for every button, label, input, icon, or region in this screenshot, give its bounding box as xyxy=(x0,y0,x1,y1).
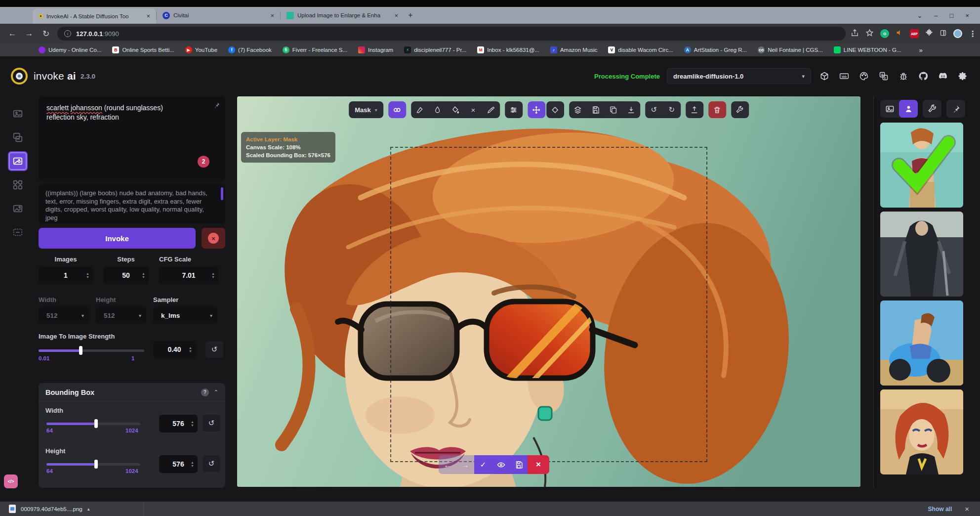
forward-button[interactable]: → xyxy=(21,29,38,39)
bbox-width-reset-button[interactable]: ↺ xyxy=(203,415,220,431)
canvas-bounding-box[interactable] xyxy=(390,147,707,462)
share-icon[interactable] xyxy=(851,29,859,39)
i2i-slider-handle[interactable] xyxy=(79,346,82,355)
tab-close-icon[interactable]: × xyxy=(269,12,275,19)
bookmark-item[interactable]: Vdisable Wacom Circ... xyxy=(608,46,673,53)
images-input[interactable]: 1▲▼ xyxy=(39,266,93,284)
bbox-width-input[interactable]: 576▲▼ xyxy=(159,415,198,432)
tab-post-processing[interactable] xyxy=(8,199,28,218)
url-bar[interactable]: i 127.0.0.1:9090 xyxy=(57,27,846,41)
bookmarks-overflow-chevron[interactable]: » xyxy=(919,46,923,54)
gallery-thumbnail-selected[interactable] xyxy=(880,123,963,208)
bookmark-item[interactable]: MInbox - klk56831@... xyxy=(477,46,539,53)
merge-layers-button[interactable] xyxy=(569,101,587,118)
back-button[interactable]: ← xyxy=(4,29,21,39)
extensions-puzzle-icon[interactable] xyxy=(925,29,933,39)
hotkeys-keyboard-icon[interactable] xyxy=(838,70,851,83)
bookmark-item[interactable]: Udemy - Online Co... xyxy=(39,46,101,53)
layer-select[interactable]: Mask▾ xyxy=(349,101,383,118)
bookmark-item[interactable]: fiFiverr - Freelance S... xyxy=(283,46,347,53)
chrome-menu-icon[interactable]: ⋮ xyxy=(969,29,977,39)
show-all-downloads-link[interactable]: Show all xyxy=(928,506,952,513)
clear-canvas-button[interactable] xyxy=(708,101,726,118)
unified-canvas[interactable]: Active Layer: Mask Canvas Scale: 108% Sc… xyxy=(237,96,860,487)
model-select[interactable]: dreamlike-diffusion-1.0▾ xyxy=(667,68,811,84)
theme-palette-icon[interactable] xyxy=(858,70,870,83)
height-select[interactable]: 512▾ xyxy=(96,307,146,324)
bookmark-item[interactable]: AArtStation - Greg R... xyxy=(684,46,747,53)
gallery-thumbnail[interactable] xyxy=(880,389,963,474)
stepper-icon[interactable]: ▲▼ xyxy=(86,268,89,282)
mask-toggle-button[interactable] xyxy=(388,101,406,118)
profile-avatar[interactable] xyxy=(953,29,962,38)
bookmark-item[interactable]: LINE WEBTOON - G... xyxy=(834,46,901,53)
accept-image-button[interactable]: ✓ xyxy=(474,456,492,473)
discard-image-button[interactable]: × xyxy=(528,455,549,474)
i2i-reset-button[interactable]: ↺ xyxy=(205,341,223,358)
gallery-thumbnail[interactable] xyxy=(880,212,963,297)
undo-button[interactable]: ↺ xyxy=(645,101,663,118)
model-manager-icon[interactable] xyxy=(818,70,831,83)
reset-view-button[interactable] xyxy=(546,101,564,118)
gallery-settings-button[interactable] xyxy=(923,100,941,118)
eraser-tool-button[interactable] xyxy=(429,101,447,118)
gallery-images-toggle[interactable] xyxy=(880,100,899,118)
bbox-height-slider-handle[interactable] xyxy=(94,460,98,469)
tab-upload-image[interactable]: Upload Image to Enlarge & Enha × xyxy=(281,7,404,24)
stepper-icon[interactable]: ▲▼ xyxy=(142,268,145,282)
next-image-button[interactable]: → xyxy=(456,456,474,473)
redo-button[interactable]: ↻ xyxy=(663,101,681,118)
previous-image-button[interactable]: ← xyxy=(439,456,456,473)
bookmark-item[interactable]: ▶YouTube xyxy=(185,46,217,53)
bookmark-item[interactable]: BOnline Sports Betti... xyxy=(112,46,174,53)
tab-civitai[interactable]: C Civitai × xyxy=(157,7,280,24)
clear-mask-button[interactable]: × xyxy=(464,101,482,118)
gallery-thumbnail[interactable] xyxy=(880,301,963,386)
site-info-icon[interactable]: i xyxy=(64,30,71,37)
bookmark-item[interactable]: coNeil Fontaine | CGS... xyxy=(758,46,823,53)
github-icon[interactable] xyxy=(917,70,930,83)
stepper-icon[interactable]: ▲▼ xyxy=(211,268,215,282)
tab-close-icon[interactable]: × xyxy=(393,12,399,19)
minimize-button[interactable]: – xyxy=(934,12,938,19)
download-expand-icon[interactable]: ▴ xyxy=(87,506,90,512)
tab-unified-canvas[interactable] xyxy=(8,151,28,171)
download-item[interactable]: 000979.40d74eb5....png ▴ xyxy=(0,502,99,516)
negative-prompt-input[interactable]: ((implants)) (large boobs) nude bad anat… xyxy=(39,184,225,224)
bbox-height-reset-button[interactable]: ↺ xyxy=(203,455,220,472)
move-tool-button[interactable] xyxy=(528,101,545,118)
cancel-button[interactable]: × xyxy=(202,228,225,249)
stepper-icon[interactable]: ▲▼ xyxy=(191,417,194,430)
volume-extension-icon[interactable] xyxy=(896,29,903,39)
save-staging-button[interactable] xyxy=(510,456,528,473)
bookmark-item[interactable]: ♪Amazon Music xyxy=(550,46,597,53)
bookmark-item[interactable]: f(7) Facebook xyxy=(228,46,272,53)
save-to-gallery-button[interactable] xyxy=(587,101,605,118)
bookmark-item[interactable]: ⚡discipleneil777 - Pr... xyxy=(404,46,466,53)
steps-input[interactable]: 50▲▼ xyxy=(103,266,149,284)
toggle-visibility-button[interactable] xyxy=(492,456,510,473)
reading-mode-icon[interactable] xyxy=(939,29,947,39)
bookmark-star-icon[interactable] xyxy=(865,29,874,39)
tab-image-to-image[interactable] xyxy=(8,128,28,147)
gallery-user-toggle[interactable] xyxy=(899,100,918,118)
stepper-icon[interactable]: ▲▼ xyxy=(191,457,194,471)
download-image-button[interactable] xyxy=(622,101,640,118)
help-icon[interactable]: ? xyxy=(201,388,209,396)
settings-gear-icon[interactable] xyxy=(956,70,969,83)
tab-nodes[interactable] xyxy=(8,175,28,195)
width-select[interactable]: 512▾ xyxy=(39,307,89,324)
discord-icon[interactable] xyxy=(937,70,949,83)
collapse-chevron-icon[interactable]: ⌃ xyxy=(214,389,218,395)
pin-icon[interactable] xyxy=(213,101,220,111)
console-toggle-button[interactable]: </> xyxy=(4,474,18,488)
report-bug-icon[interactable] xyxy=(897,70,910,83)
stepper-icon[interactable]: ▲▼ xyxy=(189,343,192,356)
i2i-value-input[interactable]: 0.40▲▼ xyxy=(153,341,196,358)
scrollbar-thumb[interactable] xyxy=(221,187,223,200)
bbox-width-slider-handle[interactable] xyxy=(94,419,98,428)
tab-close-icon[interactable]: × xyxy=(145,12,151,20)
close-downloads-bar-icon[interactable]: × xyxy=(965,505,969,513)
prompt-input[interactable]: scarlett johansson (round sunglasses)ref… xyxy=(39,96,225,181)
close-window-button[interactable]: × xyxy=(965,12,969,19)
